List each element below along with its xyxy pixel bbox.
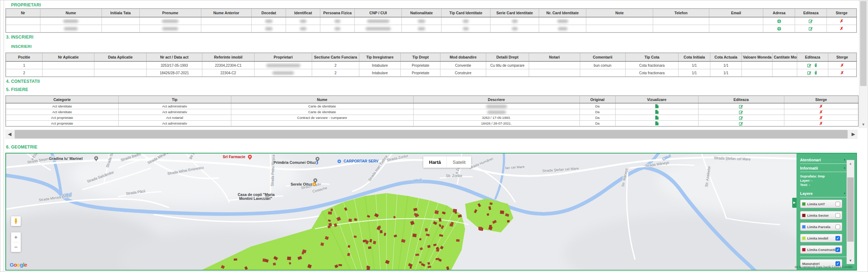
redacted-value bbox=[418, 27, 425, 30]
edit-icon[interactable] bbox=[739, 121, 743, 126]
panel-scroll-thumb[interactable] bbox=[847, 177, 854, 242]
table-cell: 2 bbox=[312, 69, 359, 77]
horizontal-scroll-thumb[interactable] bbox=[15, 130, 848, 138]
poi-marker[interactable]: CARPORTAR SERV bbox=[337, 159, 379, 163]
delete-icon[interactable]: ✗ bbox=[819, 104, 823, 109]
edit-icon[interactable] bbox=[739, 104, 743, 109]
delete-icon[interactable]: ✗ bbox=[840, 19, 843, 23]
table-cell: Da bbox=[580, 121, 615, 127]
address-globe-icon[interactable] bbox=[777, 26, 781, 31]
table-cell bbox=[539, 25, 586, 33]
action-cell: ✗ bbox=[784, 103, 858, 109]
poi-marker[interactable]: Casa de copii "MariaMontini Lavezzari" bbox=[238, 192, 275, 201]
scroll-down-icon[interactable]: ▼ bbox=[859, 121, 867, 128]
column-header: Editeaza bbox=[797, 53, 828, 61]
redacted-value bbox=[162, 20, 178, 23]
panel-section-atentionari[interactable]: Atentionari▲ bbox=[800, 158, 847, 162]
layer-item-limita-imobil[interactable]: Limita Imobil✓ bbox=[800, 234, 842, 242]
table-cell bbox=[94, 69, 147, 77]
edit-icon[interactable] bbox=[809, 26, 813, 31]
layer-item-limita-sector[interactable]: Limita Sector bbox=[800, 211, 842, 220]
layer-checkbox[interactable]: ✓ bbox=[835, 247, 840, 252]
vertical-scroll-thumb[interactable] bbox=[860, 1, 867, 86]
redacted-value bbox=[335, 20, 340, 23]
collapse-arrow-icon[interactable]: ▲ bbox=[843, 166, 846, 169]
panel-scrollbar[interactable]: ▲ ▼ bbox=[847, 160, 854, 264]
tables-vertical-scrollbar[interactable]: ▼ bbox=[859, 0, 867, 128]
table-cell: Intabulare bbox=[359, 69, 400, 77]
attachment-icon[interactable] bbox=[814, 63, 818, 67]
layer-checkbox[interactable] bbox=[835, 213, 840, 218]
address-globe-icon[interactable] bbox=[777, 19, 781, 24]
street-label: Str. Zorilor bbox=[446, 174, 463, 178]
delete-icon[interactable]: ✗ bbox=[840, 26, 843, 31]
layer-checkbox[interactable]: ✓ bbox=[835, 236, 840, 241]
action-cell bbox=[615, 115, 698, 121]
view-file-icon[interactable] bbox=[655, 115, 659, 120]
pegman-button[interactable] bbox=[11, 216, 21, 226]
view-file-icon[interactable] bbox=[655, 110, 659, 114]
column-header: Tip Inregistrare bbox=[359, 53, 400, 61]
edit-icon[interactable] bbox=[807, 63, 812, 67]
panel-scroll-down-icon[interactable]: ▼ bbox=[847, 259, 854, 262]
panel-scroll-up-icon[interactable]: ▲ bbox=[847, 162, 854, 165]
map-type-map-button[interactable]: Hartă bbox=[423, 156, 447, 168]
edit-icon[interactable] bbox=[809, 19, 813, 23]
tables-horizontal-scrollbar[interactable]: ◀ ▶ bbox=[5, 130, 858, 139]
delete-icon[interactable]: ✗ bbox=[819, 121, 823, 126]
scroll-right-icon[interactable]: ▶ bbox=[849, 130, 858, 139]
panel-collapse-icon[interactable]: ▶ bbox=[792, 198, 797, 208]
panel-divider bbox=[800, 257, 847, 257]
delete-icon[interactable]: ✗ bbox=[819, 116, 823, 120]
fisiere-title: 5. FISIERE bbox=[6, 87, 28, 92]
column-header: Persoana Fizica bbox=[320, 9, 355, 17]
edit-icon[interactable] bbox=[739, 116, 743, 120]
table-row: Act identitateAct administrativCarte de … bbox=[6, 103, 858, 109]
zoom-out-button[interactable]: − bbox=[11, 242, 21, 252]
column-header: Vizualizare bbox=[615, 96, 698, 103]
view-file-icon[interactable] bbox=[655, 121, 659, 126]
redacted-value bbox=[463, 20, 469, 23]
table-cell bbox=[286, 25, 320, 33]
layer-checkbox[interactable] bbox=[835, 202, 840, 206]
view-file-icon[interactable] bbox=[655, 104, 659, 109]
panel-divider bbox=[800, 197, 847, 197]
column-header: Tip Card Identitate bbox=[442, 9, 490, 17]
attachment-icon[interactable] bbox=[814, 71, 818, 75]
map-type-satellite-button[interactable]: Satelit bbox=[447, 156, 471, 168]
layer-item-limita-parcela[interactable]: Limita Parcela bbox=[800, 222, 842, 231]
map-graphics[interactable]: Strada Stejaruluia EliadeStrada Mircea E… bbox=[6, 153, 856, 270]
poi-marker[interactable]: Serele Oituz bbox=[291, 182, 316, 186]
column-header: Initiala Tata bbox=[102, 9, 139, 17]
delete-icon[interactable]: ✗ bbox=[819, 110, 823, 114]
layer-item-limita-uat[interactable]: Limita UAT bbox=[800, 200, 842, 208]
poi-label: Srl Farmacie bbox=[223, 155, 245, 159]
redacted-value bbox=[265, 27, 272, 30]
panel-section-layere[interactable]: Layere▲ bbox=[800, 191, 847, 196]
action-cell bbox=[698, 103, 784, 109]
zoom-in-button[interactable]: + bbox=[11, 232, 21, 242]
table-cell: Intabulare bbox=[359, 61, 400, 69]
collapse-arrow-icon[interactable]: ▲ bbox=[843, 158, 846, 161]
poi-marker[interactable]: Primăria Comunei Oituz bbox=[273, 160, 318, 165]
redacted-value bbox=[512, 27, 518, 30]
edit-icon[interactable] bbox=[807, 71, 812, 75]
redacted-value bbox=[557, 20, 568, 23]
collapse-arrow-icon[interactable]: ▲ bbox=[843, 192, 846, 194]
layer-item-limita-constructie[interactable]: Limita Constructie✓ bbox=[800, 245, 842, 254]
column-header: Valoare Moneda bbox=[742, 53, 773, 61]
redacted-value bbox=[265, 20, 272, 23]
column-header: Identificat bbox=[286, 9, 320, 17]
layer-checkbox[interactable] bbox=[835, 225, 840, 229]
table-cell bbox=[201, 17, 252, 25]
edit-icon[interactable] bbox=[739, 110, 743, 114]
delete-icon[interactable]: ✗ bbox=[840, 63, 844, 67]
panel-section-informatii[interactable]: Informatii▲ bbox=[800, 166, 847, 170]
google-logo[interactable]: Google bbox=[10, 262, 27, 268]
table-cell: 1/1 bbox=[679, 61, 710, 69]
table-cell: 18426/28-07-2021 bbox=[146, 69, 202, 77]
scroll-left-icon[interactable]: ◀ bbox=[5, 130, 14, 139]
table-cell bbox=[773, 61, 797, 69]
map-canvas[interactable]: Strada Stejaruluia EliadeStrada Mircea E… bbox=[5, 153, 857, 271]
delete-icon[interactable]: ✗ bbox=[840, 71, 844, 75]
